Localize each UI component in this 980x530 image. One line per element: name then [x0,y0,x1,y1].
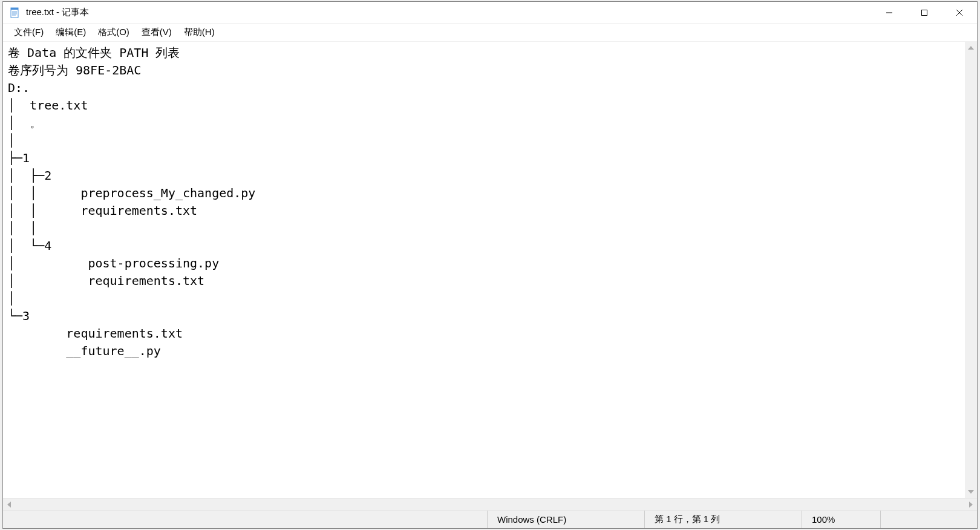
status-extra [880,511,977,528]
scroll-track-vertical[interactable] [965,54,977,486]
scroll-right-icon[interactable] [965,499,977,510]
window-controls [872,2,977,23]
menu-format[interactable]: 格式(O) [92,24,136,41]
scroll-up-icon[interactable] [965,42,977,54]
titlebar: tree.txt - 记事本 [3,2,977,24]
status-zoom: 100% [802,511,880,528]
horizontal-scrollbar[interactable] [3,498,977,510]
menu-view[interactable]: 查看(V) [136,24,178,41]
status-encoding: Windows (CRLF) [487,511,644,528]
status-spacer [3,511,487,528]
vertical-scrollbar[interactable] [965,42,977,498]
minimize-button[interactable] [872,2,907,23]
menubar: 文件(F) 编辑(E) 格式(O) 查看(V) 帮助(H) [3,24,977,42]
app-icon [9,7,21,19]
close-button[interactable] [942,2,977,23]
menu-file[interactable]: 文件(F) [8,24,50,41]
statusbar: Windows (CRLF) 第 1 行，第 1 列 100% [3,510,977,528]
menu-help[interactable]: 帮助(H) [178,24,221,41]
scroll-left-icon[interactable] [3,499,15,510]
window-title: tree.txt - 记事本 [26,7,872,18]
scroll-track-horizontal[interactable] [15,499,965,510]
svg-rect-1 [11,8,18,10]
svg-rect-7 [922,10,927,15]
text-editor[interactable]: 卷 Data 的文件夹 PATH 列表 卷序列号为 98FE-2BAC D:. … [3,42,977,498]
maximize-button[interactable] [907,2,942,23]
content-area: 卷 Data 的文件夹 PATH 列表 卷序列号为 98FE-2BAC D:. … [3,42,977,510]
status-cursor-position: 第 1 行，第 1 列 [644,511,802,528]
menu-edit[interactable]: 编辑(E) [50,24,92,41]
scroll-down-icon[interactable] [965,486,977,498]
notepad-window: tree.txt - 记事本 文件(F) 编辑(E) 格式(O) 查看(V) 帮… [2,1,978,529]
